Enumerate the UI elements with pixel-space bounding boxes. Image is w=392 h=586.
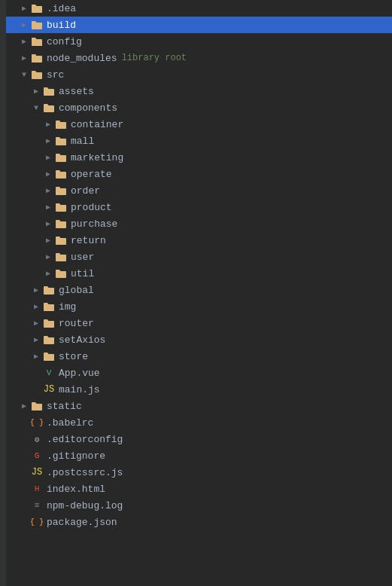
tree-item-util[interactable]: util [6,265,392,282]
file-icon: JS [42,383,56,395]
item-label: store [59,351,88,362]
tree-item-idea[interactable]: .idea [6,0,392,17]
file-icon: { } [30,417,44,429]
folder-icon [54,185,68,197]
tree-arrow[interactable] [42,269,54,278]
file-tree: .idea build config node_modules library … [6,0,392,586]
folder-icon [30,19,44,31]
folder-icon [54,251,68,263]
tree-arrow[interactable] [42,120,54,129]
item-label: return [71,235,106,246]
tree-arrow[interactable] [42,169,54,179]
item-label: util [71,268,94,279]
folder-icon [54,151,68,163]
tree-item-node_modules[interactable]: node_modules library root [6,50,392,66]
item-label: .editorconfig [47,434,123,445]
tree-item-build[interactable]: build [6,17,392,33]
item-label: assets [59,86,94,97]
item-label: operate [71,169,112,180]
folder-icon [54,135,68,147]
folder-icon [42,301,56,313]
tree-item-components[interactable]: components [6,99,392,116]
tree-item-main.js[interactable]: JS main.js [6,381,392,398]
item-label: container [71,119,123,130]
tree-item-mall[interactable]: mall [6,133,392,149]
tree-arrow[interactable] [18,20,30,29]
tree-item-purchase[interactable]: purchase [6,215,392,232]
tree-item-assets[interactable]: assets [6,83,392,99]
folder-icon [42,102,56,114]
tree-item-store[interactable]: store [6,348,392,365]
tree-arrow[interactable] [18,53,30,63]
tree-arrow[interactable] [30,319,42,328]
tree-item-.editorconfig[interactable]: ⚙ .editorconfig [6,431,392,447]
tree-item-order[interactable]: order [6,182,392,199]
tree-item-router[interactable]: router [6,315,392,331]
tree-item-operate[interactable]: operate [6,166,392,182]
tree-arrow[interactable] [42,219,54,228]
file-icon: ⚙ [30,433,44,445]
folder-icon [42,317,56,329]
folder-icon [54,234,68,246]
folder-icon [30,35,44,47]
tree-item-user[interactable]: user [6,249,392,265]
file-icon: G [30,450,44,462]
tree-arrow[interactable] [30,335,42,344]
item-label: .gitignore [47,450,105,462]
item-label: img [59,301,76,313]
tree-arrow[interactable] [30,302,42,311]
folder-icon [54,168,68,180]
tree-item-index.html[interactable]: H index.html [6,481,392,497]
tree-item-.gitignore[interactable]: G .gitignore [6,447,392,464]
file-icon: ≡ [30,499,44,511]
folder-icon [54,201,68,213]
tree-item-npm-debug.log[interactable]: ≡ npm-debug.log [6,497,392,514]
item-label: global [59,285,94,296]
item-label: package.json [47,517,117,528]
tree-arrow[interactable] [42,252,54,261]
file-icon: V [42,367,56,379]
tree-item-static[interactable]: static [6,398,392,414]
folder-icon [54,118,68,130]
tree-item-return[interactable]: return [6,232,392,249]
tree-item-img[interactable]: img [6,298,392,315]
tree-item-product[interactable]: product [6,199,392,215]
tree-item-src[interactable]: src [6,66,392,83]
tree-item-.postcssrc.js[interactable]: JS .postcssrc.js [6,464,392,481]
item-label: static [47,401,82,412]
tree-item-container[interactable]: container [6,116,392,133]
tree-arrow[interactable] [42,203,54,212]
item-label: mall [71,136,94,147]
item-label: components [59,102,117,114]
tree-arrow[interactable] [30,87,42,96]
tree-item-setAxios[interactable]: setAxios [6,331,392,348]
tree-item-marketing[interactable]: marketing [6,149,392,166]
tree-arrow[interactable] [42,236,54,245]
tree-arrow[interactable] [42,153,54,162]
item-label: marketing [71,152,123,163]
item-label: product [71,202,112,213]
tree-item-config[interactable]: config [6,33,392,50]
tree-arrow[interactable] [42,136,54,145]
tree-item-App.vue[interactable]: V App.vue [6,365,392,381]
item-label: node_modules [47,53,117,64]
tree-arrow[interactable] [30,285,42,295]
item-label: order [71,185,100,197]
tree-arrow[interactable] [30,352,42,361]
tree-arrow[interactable] [18,401,30,411]
label-extra: library root [122,53,187,63]
tree-arrow[interactable] [18,37,30,46]
tree-arrow[interactable] [30,104,42,112]
tree-item-.babelrc[interactable]: { } .babelrc [6,414,392,431]
item-label: main.js [59,384,100,395]
folder-icon [42,85,56,97]
tree-arrow[interactable] [18,71,30,79]
tree-arrow[interactable] [42,186,54,195]
folder-icon [30,69,44,81]
folder-icon [42,334,56,346]
tree-item-package.json[interactable]: { } package.json [6,514,392,530]
item-label: .babelrc [47,417,93,429]
folder-icon [30,2,44,14]
tree-item-global[interactable]: global [6,282,392,298]
tree-arrow[interactable] [18,4,30,13]
